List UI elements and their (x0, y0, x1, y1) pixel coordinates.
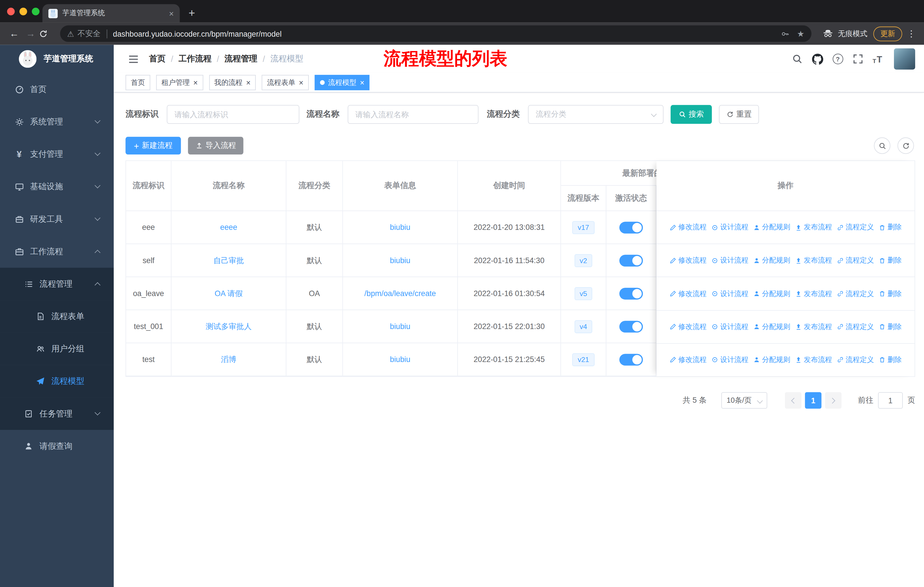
process-name-link[interactable]: 自己审批 (213, 255, 244, 266)
modify-process-action[interactable]: 修改流程 (669, 255, 706, 265)
sidebar-item-process-model[interactable]: 流程模型 (0, 365, 114, 398)
tag-close-icon[interactable]: × (299, 79, 303, 86)
breadcrumb-process-mgmt[interactable]: 流程管理 (224, 54, 257, 64)
page-size-select[interactable]: 10条/页 (721, 392, 767, 409)
tag-my-process[interactable]: 我的流程 × (209, 75, 256, 90)
form-info-link[interactable]: biubiu (390, 355, 410, 364)
process-name-link[interactable]: eeee (220, 223, 238, 232)
bookmark-star-icon[interactable]: ★ (797, 29, 805, 38)
fullscreen-icon[interactable] (852, 54, 863, 64)
active-toggle[interactable] (619, 354, 643, 365)
tab-close-icon[interactable]: × (169, 8, 174, 18)
minimize-window-button[interactable] (20, 7, 27, 15)
browser-tab[interactable]: 芋道管理系统 × (42, 4, 180, 22)
design-process-action[interactable]: 设计流程 (711, 255, 748, 265)
design-process-action[interactable]: 设计流程 (711, 222, 748, 232)
process-definition-action[interactable]: 流程定义 (837, 222, 874, 232)
process-definition-action[interactable]: 流程定义 (837, 289, 874, 299)
back-icon[interactable]: ← (6, 28, 23, 39)
sidebar-item-workflow[interactable]: 工作流程 (0, 235, 114, 268)
user-avatar[interactable] (894, 48, 915, 69)
process-name-input[interactable] (348, 105, 478, 124)
modify-process-action[interactable]: 修改流程 (669, 322, 706, 332)
help-icon[interactable]: ? (833, 54, 843, 64)
design-process-action[interactable]: 设计流程 (711, 289, 748, 299)
breadcrumb-workflow[interactable]: 工作流程 (178, 54, 211, 64)
new-tab-button[interactable]: + (188, 5, 195, 21)
tag-close-icon[interactable]: × (246, 79, 251, 86)
delete-process-action[interactable]: 删除 (879, 222, 902, 232)
process-name-link[interactable]: OA 请假 (214, 288, 243, 299)
tag-tenant[interactable]: 租户管理 × (156, 75, 203, 90)
address-bar[interactable]: ⚠ 不安全 dashboard.yudao.iocoder.cn/bpm/man… (60, 25, 812, 42)
publish-process-action[interactable]: 发布流程 (795, 289, 832, 299)
sidebar-item-user-group[interactable]: 用户分组 (0, 332, 114, 365)
assign-rule-action[interactable]: 分配规则 (753, 222, 790, 232)
search-button[interactable]: 搜索 (670, 105, 712, 124)
app-logo[interactable]: 芋道管理系统 (0, 45, 114, 73)
delete-process-action[interactable]: 删除 (879, 289, 902, 299)
modify-process-action[interactable]: 修改流程 (669, 355, 706, 365)
tag-process-model[interactable]: 流程模型 × (315, 75, 370, 90)
sidebar-item-devtools[interactable]: 研发工具 (0, 203, 114, 235)
design-process-action[interactable]: 设计流程 (711, 355, 748, 365)
process-definition-action[interactable]: 流程定义 (837, 355, 874, 365)
sidebar-item-system[interactable]: 系统管理 (0, 106, 114, 138)
delete-process-action[interactable]: 删除 (879, 322, 902, 332)
sidebar-item-home[interactable]: 首页 (0, 73, 114, 106)
goto-page-input[interactable] (878, 392, 903, 409)
reset-button[interactable]: 重置 (719, 105, 759, 124)
toggle-search-icon[interactable] (874, 137, 891, 154)
active-toggle[interactable] (619, 288, 643, 299)
tag-home[interactable]: 首页 (125, 75, 150, 90)
publish-process-action[interactable]: 发布流程 (795, 355, 832, 365)
publish-process-action[interactable]: 发布流程 (795, 222, 832, 232)
publish-process-action[interactable]: 发布流程 (795, 322, 832, 332)
url-text[interactable]: dashboard.yudao.iocoder.cn/bpm/manager/m… (113, 29, 774, 38)
active-toggle[interactable] (619, 222, 643, 233)
active-toggle[interactable] (619, 255, 643, 266)
delete-process-action[interactable]: 删除 (879, 355, 902, 365)
update-browser-button[interactable]: 更新 (873, 26, 902, 41)
publish-process-action[interactable]: 发布流程 (795, 255, 832, 265)
form-info-link[interactable]: biubiu (390, 223, 410, 232)
process-definition-action[interactable]: 流程定义 (837, 322, 874, 332)
sidebar-item-infra[interactable]: 基础设施 (0, 170, 114, 203)
delete-process-action[interactable]: 删除 (879, 255, 902, 265)
active-toggle[interactable] (619, 321, 643, 332)
modify-process-action[interactable]: 修改流程 (669, 289, 706, 299)
design-process-action[interactable]: 设计流程 (711, 322, 748, 332)
maximize-window-button[interactable] (32, 7, 40, 15)
password-key-icon[interactable] (781, 29, 790, 38)
sidebar-item-process-mgmt[interactable]: 流程管理 (0, 268, 114, 300)
process-definition-action[interactable]: 流程定义 (837, 255, 874, 265)
security-warning[interactable]: ⚠ 不安全 (67, 28, 101, 39)
form-info-link[interactable]: biubiu (390, 322, 410, 331)
process-name-link[interactable]: 测试多审批人 (206, 321, 251, 332)
tag-process-form[interactable]: 流程表单 × (262, 75, 309, 90)
collapse-sidebar-icon[interactable] (128, 53, 139, 64)
form-info-link[interactable]: biubiu (390, 256, 410, 265)
close-window-button[interactable] (7, 7, 15, 15)
github-icon[interactable] (812, 53, 823, 64)
search-icon[interactable] (792, 54, 803, 64)
assign-rule-action[interactable]: 分配规则 (753, 355, 790, 365)
assign-rule-action[interactable]: 分配规则 (753, 255, 790, 265)
prev-page-button[interactable] (785, 392, 802, 409)
refresh-table-icon[interactable] (898, 137, 914, 154)
process-name-link[interactable]: 滔博 (221, 354, 236, 365)
category-select[interactable]: 流程分类 (528, 105, 663, 124)
tag-close-icon[interactable]: × (360, 79, 365, 86)
assign-rule-action[interactable]: 分配规则 (753, 289, 790, 299)
import-process-button[interactable]: 导入流程 (188, 137, 243, 154)
process-id-input[interactable] (167, 105, 299, 124)
font-size-icon[interactable]: T T (873, 54, 882, 64)
sidebar-item-task-mgmt[interactable]: 任务管理 (0, 398, 114, 430)
reload-icon[interactable] (39, 29, 56, 38)
sidebar-item-leave-query[interactable]: 请假查询 (0, 430, 114, 462)
form-info-link[interactable]: /bpm/oa/leave/create (364, 289, 436, 298)
sidebar-item-payment[interactable]: ¥ 支付管理 (0, 138, 114, 170)
assign-rule-action[interactable]: 分配规则 (753, 322, 790, 332)
create-process-button[interactable]: + 新建流程 (125, 137, 181, 154)
modify-process-action[interactable]: 修改流程 (669, 222, 706, 232)
